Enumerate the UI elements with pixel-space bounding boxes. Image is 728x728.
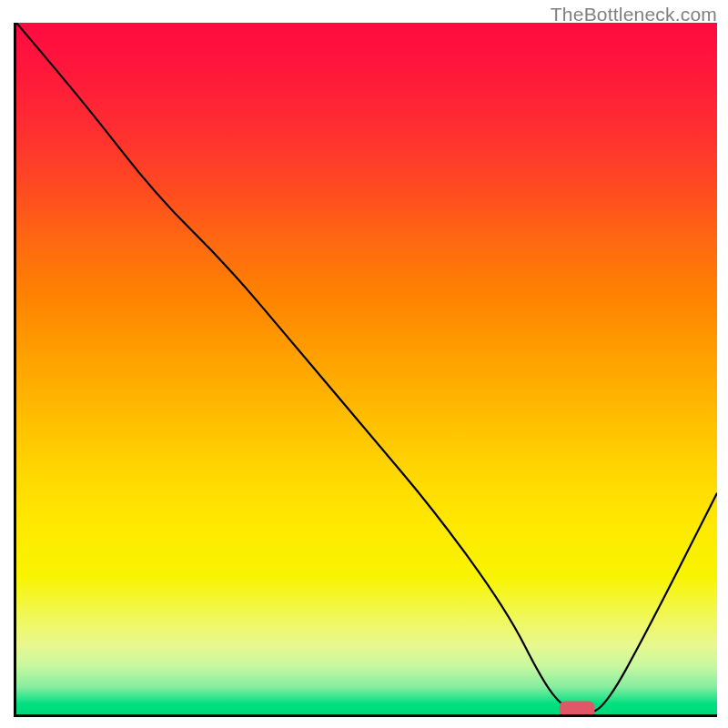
optimal-marker [560,702,595,714]
chart-svg [16,23,717,714]
chart-container: TheBottleneck.com [0,0,728,728]
plot-area [14,23,717,717]
bottleneck-curve [16,23,717,713]
